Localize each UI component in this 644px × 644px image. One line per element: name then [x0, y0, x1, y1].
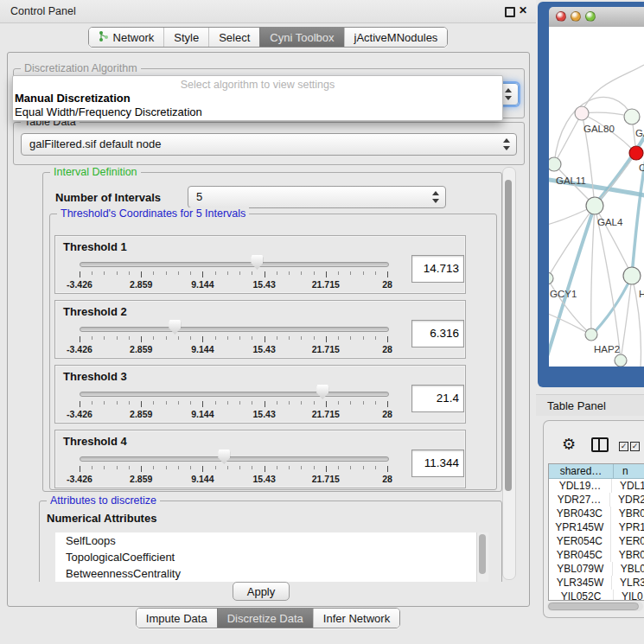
table-data-group: Table Data galFiltered.sif default node: [13, 122, 525, 165]
scrollbar-thumb[interactable]: [479, 534, 486, 574]
table-panel: ⚙ ✓ ✓ shared…n YDL19…YDL1YDR27…YDR2YBR04…: [543, 420, 644, 618]
tick-label: 15.43: [252, 279, 275, 290]
threshold-value-field[interactable]: 11.344: [411, 450, 464, 477]
minimize-traffic-light-icon[interactable]: [571, 11, 581, 22]
tab-select[interactable]: Select: [208, 28, 259, 47]
network-node[interactable]: [624, 109, 640, 124]
table-cell: YBL079W: [549, 562, 613, 576]
tick-label: 2.859: [130, 409, 152, 419]
tab-jactivemnodules[interactable]: jActiveMNodules: [344, 28, 448, 47]
table-row[interactable]: YDR27…YDR2: [549, 493, 644, 507]
table-row[interactable]: YPR145WYPR1: [549, 520, 644, 534]
threshold-row: Threshold 2 -3.4262.8599.14415.4321.7152…: [54, 300, 466, 359]
number-of-intervals-combobox[interactable]: 5: [188, 186, 446, 208]
network-node[interactable]: [575, 106, 589, 120]
threshold-value-field[interactable]: 6.316: [411, 320, 464, 348]
tick-label: 15.43: [252, 409, 275, 419]
slider-track[interactable]: [80, 327, 389, 332]
table-panel-titlebar: Table Panel: [536, 394, 644, 416]
tab-cyni-toolbox[interactable]: Cyni Toolbox: [259, 28, 343, 47]
numerical-attributes-list[interactable]: SelfLoopsTopologicalCoefficientBetweenne…: [55, 532, 488, 582]
apply-button[interactable]: Apply: [233, 582, 290, 601]
table-row[interactable]: YDL19…YDL1: [549, 479, 644, 493]
table-cell: YDR2: [610, 493, 644, 507]
network-node[interactable]: [629, 146, 643, 160]
top-tab-bar: NetworkStyleSelectCyni ToolboxjActiveMNo…: [0, 27, 536, 48]
tab-style[interactable]: Style: [163, 28, 208, 47]
control-panel-titlebar: Control Panel ✕: [0, 0, 536, 23]
network-node[interactable]: [549, 272, 553, 284]
tick-label: 9.144: [191, 279, 214, 290]
scrollbar-thumb[interactable]: [505, 180, 512, 491]
node-label: GAL4: [597, 217, 623, 227]
tab-discretize-data[interactable]: Discretize Data: [217, 609, 313, 628]
threshold-value-field[interactable]: 14.713: [411, 255, 464, 283]
slider-thumb[interactable]: [251, 255, 263, 270]
node-label: GAL80: [583, 124, 615, 134]
close-icon[interactable]: ✕: [519, 4, 527, 16]
tab-label: Select: [219, 31, 250, 44]
control-panel-window: Control Panel ✕ NetworkStyleSelectCyni T…: [0, 0, 536, 644]
threshold-row: Threshold 3 -3.4262.8599.14415.4321.7152…: [54, 365, 466, 424]
network-node[interactable]: [615, 354, 627, 367]
column-header[interactable]: n: [614, 464, 644, 479]
table-cell: YBR045C: [549, 548, 611, 562]
table-data-combobox[interactable]: galFiltered.sif default node: [21, 133, 517, 156]
slider-track[interactable]: [80, 456, 389, 462]
node-label: H: [639, 289, 644, 299]
threshold-row: Threshold 1 -3.4262.8599.14415.4321.7152…: [54, 235, 466, 294]
scrollbar-thumb[interactable]: [548, 603, 639, 610]
network-canvas[interactable]: GAL80GACGAL11GAL4GCY1HHAP2: [549, 27, 644, 367]
network-edge[interactable]: [549, 208, 594, 367]
network-edge[interactable]: [632, 141, 644, 276]
network-node[interactable]: [585, 328, 597, 341]
tab-impute-data[interactable]: Impute Data: [137, 609, 217, 628]
table-row[interactable]: YBR043CYBR0: [549, 507, 644, 520]
slider-thumb[interactable]: [316, 385, 328, 399]
list-scrollbar[interactable]: [476, 532, 488, 582]
table-row[interactable]: YER054CYER0: [549, 534, 644, 548]
settings-gear-icon[interactable]: ⚙: [562, 437, 576, 452]
attribute-item[interactable]: SelfLoops: [55, 532, 488, 549]
algorithm-option[interactable]: Manual Discretization: [13, 92, 502, 105]
attribute-item[interactable]: BetweennessCentrality: [55, 565, 488, 582]
network-node[interactable]: [549, 157, 561, 171]
network-edge[interactable]: [592, 129, 644, 208]
table-horizontal-scrollbar[interactable]: [547, 602, 643, 611]
network-node[interactable]: [623, 267, 641, 284]
combo-stepper-icon: [432, 190, 440, 204]
network-edge[interactable]: [582, 65, 644, 113]
slider-thumb[interactable]: [218, 450, 230, 464]
table-row[interactable]: YBL079WYBL0: [549, 562, 644, 576]
tick-label: -3.426: [67, 279, 92, 290]
tick-label: 9.144: [191, 474, 214, 484]
network-node[interactable]: [586, 197, 603, 214]
column-header[interactable]: shared…: [549, 464, 614, 479]
slider-track[interactable]: [80, 392, 389, 397]
attribute-item[interactable]: TopologicalCoefficient: [55, 549, 488, 565]
slider-thumb[interactable]: [169, 320, 181, 335]
tab-network[interactable]: Network: [89, 28, 164, 47]
checkbox-icon[interactable]: ✓: [619, 442, 628, 451]
slider-track[interactable]: [80, 262, 389, 267]
network-edge[interactable]: [549, 206, 595, 278]
node-label: GAL11: [556, 175, 586, 186]
tab-label: Cyni Toolbox: [270, 31, 334, 44]
table-row[interactable]: YIL052CYIL0: [549, 590, 644, 601]
tick-label: 9.144: [191, 409, 214, 419]
float-window-icon[interactable]: [505, 7, 515, 17]
table-row[interactable]: YLR345WYLR3: [549, 576, 644, 590]
tab-infer-network[interactable]: Infer Network: [313, 609, 399, 628]
threshold-value-field[interactable]: 21.4: [411, 385, 464, 412]
close-traffic-light-icon[interactable]: [556, 11, 566, 22]
algorithm-option[interactable]: Equal Width/Frequency Discretization: [13, 105, 502, 119]
threshold-label: Threshold 2: [63, 305, 127, 318]
threshold-label: Threshold 3: [63, 370, 127, 383]
network-edge[interactable]: [591, 206, 595, 335]
split-columns-icon[interactable]: [591, 437, 609, 452]
table-row[interactable]: YBR045CYBR0: [549, 548, 644, 562]
checkbox-icon[interactable]: ✓: [630, 442, 640, 451]
table-cell: YER0: [611, 534, 644, 548]
panel-scrollbar[interactable]: [502, 167, 516, 580]
zoom-traffic-light-icon[interactable]: [585, 11, 596, 22]
